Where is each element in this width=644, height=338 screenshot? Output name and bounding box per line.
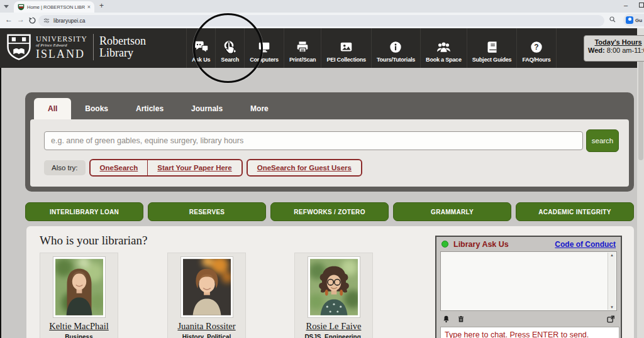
chat-toolbar xyxy=(436,311,621,327)
scroll-up-icon[interactable]: ▲ xyxy=(610,253,614,257)
librarian-card-juanita[interactable]: Juanita Rossiter History, Political Scie… xyxy=(167,253,246,338)
bell-icon[interactable] xyxy=(442,315,450,324)
search-panel: search Also try: OneSearch Start Your Pa… xyxy=(30,119,629,187)
reload-icon[interactable] xyxy=(28,16,36,25)
page-scrollbar[interactable] xyxy=(637,28,644,338)
nav-item-book-a-space[interactable]: Book a Space xyxy=(420,28,467,68)
book-icon xyxy=(486,40,499,55)
university-line2: of Prince Edward xyxy=(36,43,87,48)
profile-name: Gu xyxy=(635,18,642,23)
zoom-magnifier-icon[interactable] xyxy=(609,16,616,23)
nav-label: Subject Guides xyxy=(472,57,512,63)
tab-close-icon[interactable]: × xyxy=(87,4,91,10)
search-tabs: All Books Articles Journals More xyxy=(34,98,282,120)
url-bar[interactable]: libraryupei.ca xyxy=(38,15,604,26)
site-name-line2: Library xyxy=(99,47,146,59)
also-try-label: Also try: xyxy=(44,160,86,175)
trash-icon[interactable] xyxy=(457,315,465,324)
site-name: Robertson Library xyxy=(99,35,146,60)
librarian-card-rosie[interactable]: Rosie Le Faive DSJS, Engineering, Mathem… xyxy=(294,253,373,338)
question-icon: ? xyxy=(530,40,543,55)
also-try-row: Also try: OneSearch Start Your Paper Her… xyxy=(44,159,629,177)
nav-item-pei-collections[interactable]: PEI Collections xyxy=(321,28,371,68)
academic-integrity-button[interactable]: ACADEMIC INTEGRITY xyxy=(516,202,634,221)
onesearch-link[interactable]: OneSearch xyxy=(91,160,148,175)
image-icon xyxy=(339,40,353,55)
librarian-subjects-link[interactable]: DSJS, Engineering, Mathematics and more.… xyxy=(296,333,372,338)
nav-label: FAQ/Hours xyxy=(522,57,550,63)
nav-item-print-scan[interactable]: Print/Scan xyxy=(284,28,321,68)
tab-title: Home | ROBERTSON LIBRARY xyxy=(27,4,85,10)
nav-item-subject-guides[interactable]: Subject Guides xyxy=(467,28,517,68)
todays-hours-link[interactable]: Today's Hours xyxy=(588,38,644,46)
tab-articles[interactable]: Articles xyxy=(122,98,177,120)
code-of-conduct-link[interactable]: Code of Conduct xyxy=(555,240,616,249)
chat-scrollbar[interactable]: ▲ ▼ xyxy=(608,253,616,310)
url-text: libraryupei.ca xyxy=(53,18,86,24)
site-name-line1: Robertson xyxy=(99,35,146,47)
library-search-input[interactable] xyxy=(44,131,583,150)
university-line3: ISLAND xyxy=(36,48,87,60)
librarian-subjects-link[interactable]: Business xyxy=(42,333,117,338)
chat-message-area: ▲ ▼ xyxy=(440,251,617,311)
main-nav: Ask Us Search Computers Print/Scan xyxy=(186,28,557,68)
librarian-name-link[interactable]: Keltie MacPhail xyxy=(49,321,109,332)
site-settings-icon[interactable] xyxy=(43,18,50,24)
svg-text:?: ? xyxy=(534,43,538,52)
librarian-subjects-link[interactable]: History, Political Science, Island Studi… xyxy=(169,333,245,338)
chat-input[interactable] xyxy=(440,327,619,338)
screen: Home | ROBERTSON LIBRARY × + – ← → libra… xyxy=(0,0,644,338)
tab-all[interactable]: All xyxy=(34,98,71,120)
quick-links-row: INTERLIBRARY LOAN RESERVES REFWORKS / ZO… xyxy=(25,202,634,221)
upei-logo[interactable]: UNIVERSITY of Prince Edward ISLAND Rober… xyxy=(6,33,146,61)
university-line1: UNIVERSITY xyxy=(36,35,87,43)
todays-hours-text: Wed: 8:00 am-11:00 xyxy=(588,46,644,54)
info-icon xyxy=(389,40,402,55)
site-header: UNIVERSITY of Prince Edward ISLAND Rober… xyxy=(0,28,644,68)
nav-item-computers[interactable]: Computers xyxy=(244,28,284,68)
nav-label: Book a Space xyxy=(426,57,462,63)
minimize-icon[interactable]: – xyxy=(624,1,628,9)
librarian-photo[interactable] xyxy=(180,256,233,318)
librarian-photo[interactable] xyxy=(53,256,106,318)
people-icon xyxy=(436,40,452,55)
tab-search-caret-icon[interactable] xyxy=(4,5,9,8)
tab-more[interactable]: More xyxy=(236,98,282,120)
librarian-name-link[interactable]: Rosie Le Faive xyxy=(306,321,362,332)
nav-label: PEI Collections xyxy=(326,57,366,63)
open-in-new-window-icon[interactable] xyxy=(606,315,615,324)
new-tab-icon[interactable]: + xyxy=(99,1,104,10)
browser-toolbar: ← → libraryupei.ca Gu xyxy=(0,13,644,28)
hours-day: Wed: xyxy=(588,46,605,54)
onesearch-guest-link[interactable]: OneSearch for Guest Users xyxy=(248,160,361,175)
librarian-name-link[interactable]: Juanita Rossiter xyxy=(177,321,235,332)
also-try-group-2: OneSearch for Guest Users xyxy=(247,159,362,177)
search-button[interactable]: search xyxy=(586,129,619,152)
logo-divider xyxy=(93,34,94,60)
browser-tab[interactable]: Home | ROBERTSON LIBRARY × xyxy=(14,1,94,13)
reserves-button[interactable]: RESERVES xyxy=(148,202,266,221)
tab-books[interactable]: Books xyxy=(71,98,122,120)
content-panel: Who is your librarian? Keltie MacPhail B… xyxy=(26,226,634,338)
maximize-icon[interactable] xyxy=(639,3,644,8)
librarian-heading: Who is your librarian? xyxy=(40,234,147,248)
nav-label: Search xyxy=(221,57,239,63)
start-your-paper-link[interactable]: Start Your Paper Here xyxy=(147,160,241,175)
also-try-group-1: OneSearch Start Your Paper Here xyxy=(89,159,243,177)
scroll-down-icon[interactable]: ▼ xyxy=(610,305,614,309)
chat-header: Library Ask Us Code of Conduct xyxy=(436,237,621,251)
nav-item-ask-us[interactable]: Ask Us xyxy=(186,28,215,68)
interlibrary-loan-button[interactable]: INTERLIBRARY LOAN xyxy=(25,202,143,221)
forward-icon[interactable]: → xyxy=(17,15,25,24)
refworks-zotero-button[interactable]: REFWORKS / ZOTERO xyxy=(270,202,389,221)
tab-journals[interactable]: Journals xyxy=(177,98,236,120)
grammarly-button[interactable]: GRAMMARLY xyxy=(393,202,511,221)
browser-profile-chip[interactable]: Gu xyxy=(623,14,644,26)
librarian-photo[interactable] xyxy=(308,256,360,318)
todays-hours-box[interactable]: Today's Hours Wed: 8:00 am-11:00 xyxy=(584,35,644,62)
nav-item-tours-tutorials[interactable]: Tours/Tutorials xyxy=(371,28,420,68)
librarian-card-keltie[interactable]: Keltie MacPhail Business xyxy=(40,253,118,338)
back-icon[interactable]: ← xyxy=(5,15,13,24)
nav-label: Computers xyxy=(250,57,279,63)
nav-item-faq-hours[interactable]: ? FAQ/Hours xyxy=(516,28,556,68)
